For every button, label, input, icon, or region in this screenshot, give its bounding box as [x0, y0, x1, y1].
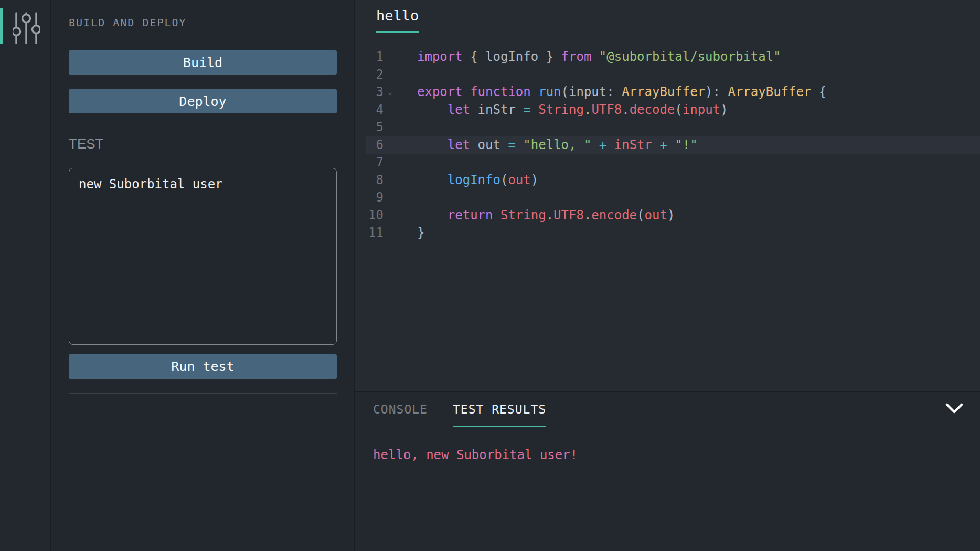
fold-gutter-spacer: [384, 101, 399, 119]
editor-tab-bar: hello: [355, 0, 980, 33]
fold-gutter-spacer: [384, 224, 399, 242]
fold-gutter-spacer: [384, 66, 399, 84]
fold-gutter-spacer: [384, 154, 399, 172]
code-line: 5: [366, 119, 980, 136]
line-number: 8: [366, 172, 384, 189]
fold-gutter-spacer: [384, 189, 399, 207]
code-text: let inStr = String.UTF8.decode(input): [417, 101, 728, 119]
code-line: 9: [366, 189, 980, 207]
line-number: 7: [366, 154, 384, 172]
main-column: hello 1import { logInfo } from "@suborbi…: [355, 0, 980, 551]
line-number: 9: [366, 189, 384, 207]
fold-gutter-spacer: [384, 48, 399, 66]
code-line: 10 return String.UTF8.encode(out): [366, 207, 980, 225]
line-number: 3: [366, 83, 384, 101]
code-area[interactable]: 1import { logInfo } from "@suborbital/su…: [366, 33, 980, 242]
line-number: 4: [366, 101, 384, 119]
line-number: 11: [366, 224, 384, 242]
app-window: BUILD AND DEPLOY Build Deploy TEST new S…: [0, 0, 980, 551]
fold-gutter-spacer: [384, 136, 399, 154]
code-line: 3⌄export function run(input: ArrayBuffer…: [366, 83, 980, 101]
run-test-button[interactable]: Run test: [69, 354, 337, 379]
tab-test-results[interactable]: TEST RESULTS: [453, 401, 546, 427]
build-section-title: BUILD AND DEPLOY: [69, 16, 337, 29]
test-result-output: hello, new Suborbital user!: [373, 447, 962, 463]
code-text: export function run(input: ArrayBuffer):…: [417, 83, 826, 101]
fold-gutter-spacer: [384, 172, 399, 189]
sliders-icon: [13, 36, 40, 46]
code-line: 6 let out = "hello, " + inStr + "!": [366, 136, 980, 154]
build-button[interactable]: Build: [69, 50, 337, 75]
deploy-button[interactable]: Deploy: [69, 89, 337, 113]
tab-console[interactable]: CONSOLE: [373, 401, 428, 427]
code-text: logInfo(out): [417, 172, 538, 189]
test-section-title: TEST: [69, 136, 337, 151]
code-text: }: [417, 224, 424, 242]
editor-tab-hello[interactable]: hello: [376, 7, 419, 33]
code-editor: hello 1import { logInfo } from "@suborbi…: [355, 0, 980, 392]
build-panel: BUILD AND DEPLOY Build Deploy TEST new S…: [51, 0, 355, 551]
chevron-down-icon: [945, 407, 963, 417]
code-line: 8 logInfo(out): [366, 172, 980, 189]
section-divider: [69, 128, 337, 128]
fold-gutter-spacer: [384, 207, 399, 225]
icon-rail: [0, 0, 51, 551]
line-number: 2: [366, 66, 384, 84]
code-line: 2: [366, 66, 980, 84]
code-text: let out = "hello, " + inStr + "!": [417, 136, 698, 154]
console-panel: CONSOLE TEST RESULTS hello, new Suborbit…: [355, 392, 980, 551]
code-text: import { logInfo } from "@suborbital/sub…: [417, 48, 781, 66]
code-line: 11}: [366, 224, 980, 242]
code-text: return String.UTF8.encode(out): [417, 207, 675, 225]
active-item-indicator: [0, 8, 3, 44]
line-number: 1: [366, 48, 384, 66]
line-number: 6: [366, 136, 384, 154]
test-payload-input[interactable]: new Suborbital user: [69, 168, 337, 345]
fold-gutter-spacer: [384, 119, 399, 136]
console-tab-bar: CONSOLE TEST RESULTS: [373, 392, 962, 427]
line-number: 5: [366, 119, 384, 136]
fold-chevron-icon[interactable]: ⌄: [384, 83, 399, 101]
collapse-panel-button[interactable]: [945, 403, 963, 415]
rail-item-build-settings[interactable]: [13, 12, 40, 44]
code-line: 1import { logInfo } from "@suborbital/su…: [366, 48, 980, 66]
line-number: 10: [366, 207, 384, 225]
code-line: 7: [366, 154, 980, 172]
section-divider: [69, 393, 337, 394]
code-line: 4 let inStr = String.UTF8.decode(input): [366, 101, 980, 119]
